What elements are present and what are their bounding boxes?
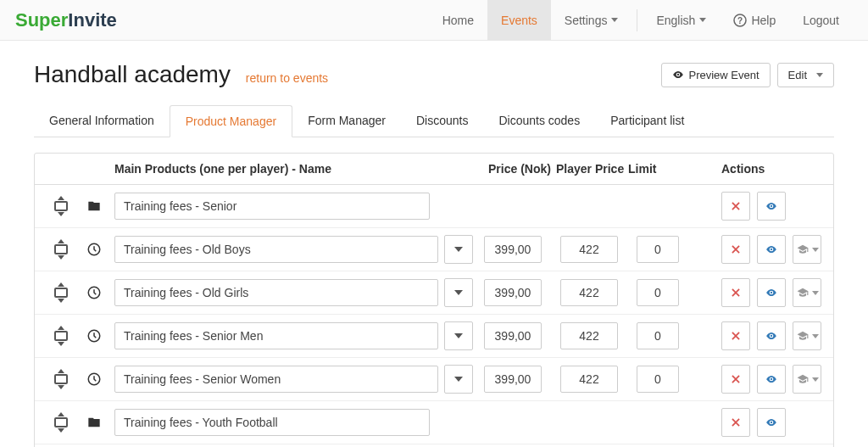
col-header-player-price: Player Price [556, 162, 628, 176]
page-title: Handball academy [34, 61, 231, 87]
chevron-down-icon [454, 377, 463, 382]
visibility-button[interactable] [757, 365, 786, 394]
graduation-icon [796, 287, 810, 299]
chevron-down-icon [454, 247, 463, 252]
table-row [35, 401, 833, 444]
delete-button[interactable] [721, 408, 750, 437]
product-name-input[interactable] [114, 366, 438, 393]
visibility-button[interactable] [757, 278, 786, 307]
limit-input[interactable] [637, 279, 679, 306]
product-name-input[interactable] [114, 409, 430, 436]
visibility-button[interactable] [757, 192, 786, 221]
table-row [35, 315, 833, 358]
edit-button[interactable]: Edit [777, 63, 834, 87]
price-input[interactable] [484, 279, 542, 306]
eye-icon [765, 200, 778, 212]
graduation-dropdown-button[interactable] [793, 235, 821, 264]
table-row [35, 271, 833, 315]
topnav: SuperInvite Home Events Settings English… [0, 0, 868, 41]
row-actions [721, 321, 823, 350]
brand-part1: Super [15, 9, 68, 31]
col-header-actions: Actions [721, 162, 823, 176]
expand-button[interactable] [444, 235, 473, 264]
drag-handle-icon[interactable] [52, 326, 70, 346]
limit-input[interactable] [637, 322, 679, 349]
row-actions [721, 365, 823, 394]
clock-icon [86, 328, 102, 344]
drag-handle-icon[interactable] [52, 196, 70, 216]
graduation-icon [796, 330, 810, 342]
eye-icon [672, 69, 684, 81]
tab-bar: General Information Product Manager Form… [34, 105, 834, 137]
nav-help[interactable]: ? Help [720, 0, 789, 40]
nav-separator [637, 9, 637, 31]
tab-discounts[interactable]: Discounts [401, 105, 483, 137]
graduation-icon [796, 243, 810, 255]
head-actions: Preview Event Edit [661, 63, 835, 87]
row-actions [721, 408, 823, 437]
player-price-input[interactable] [560, 322, 618, 349]
tab-product-manager[interactable]: Product Manager [170, 105, 292, 137]
price-input[interactable] [484, 322, 542, 349]
graduation-dropdown-button[interactable] [793, 278, 821, 307]
delete-button[interactable] [721, 321, 750, 350]
preview-event-button[interactable]: Preview Event [661, 63, 771, 87]
visibility-button[interactable] [757, 321, 786, 350]
tab-participant-list[interactable]: Participant list [595, 105, 699, 137]
return-link[interactable]: return to events [246, 71, 328, 85]
expand-button[interactable] [444, 278, 473, 307]
delete-icon [730, 373, 742, 385]
nav-language[interactable]: English [643, 0, 720, 40]
drag-handle-icon[interactable] [52, 412, 70, 433]
row-actions [721, 278, 823, 307]
nav-home[interactable]: Home [429, 0, 487, 40]
drag-handle-icon[interactable] [52, 369, 70, 389]
delete-icon [730, 330, 742, 342]
product-name-input[interactable] [114, 193, 430, 220]
chevron-down-icon [454, 290, 463, 295]
caret-icon [812, 334, 819, 338]
caret-icon [812, 377, 819, 382]
visibility-button[interactable] [757, 408, 786, 437]
delete-icon [730, 243, 742, 255]
brand-logo[interactable]: SuperInvite [15, 9, 117, 31]
tab-discount-codes[interactable]: Dicounts codes [483, 105, 595, 137]
expand-button[interactable] [444, 365, 473, 394]
caret-icon [816, 73, 823, 77]
nav-settings[interactable]: Settings [551, 0, 632, 40]
nav-logout[interactable]: Logout [789, 0, 853, 40]
visibility-button[interactable] [757, 235, 786, 264]
product-name-input[interactable] [114, 279, 438, 306]
tab-form-manager[interactable]: Form Manager [292, 105, 401, 137]
player-price-input[interactable] [560, 236, 618, 263]
delete-button[interactable] [721, 192, 750, 221]
delete-button[interactable] [721, 365, 750, 394]
brand-part2: Invite [68, 9, 116, 31]
delete-button[interactable] [721, 235, 750, 264]
row-actions [721, 235, 823, 264]
delete-icon [730, 287, 742, 299]
expand-button[interactable] [444, 321, 473, 350]
tab-general-information[interactable]: General Information [34, 105, 170, 137]
col-header-price: Price (Nok) [488, 162, 556, 176]
table-row [35, 228, 833, 271]
player-price-input[interactable] [560, 366, 618, 393]
product-name-input[interactable] [114, 236, 438, 263]
delete-icon [730, 200, 742, 212]
delete-button[interactable] [721, 278, 750, 307]
folder-icon [86, 416, 103, 429]
drag-handle-icon[interactable] [52, 282, 70, 303]
limit-input[interactable] [637, 366, 679, 393]
player-price-input[interactable] [560, 279, 618, 306]
nav-events[interactable]: Events [487, 0, 551, 40]
product-name-input[interactable] [114, 322, 438, 349]
drag-handle-icon[interactable] [52, 239, 70, 260]
price-input[interactable] [484, 236, 542, 263]
page-header: Handball academy return to events Previe… [34, 61, 834, 88]
price-input[interactable] [484, 366, 542, 393]
graduation-dropdown-button[interactable] [793, 321, 821, 350]
nav-right: Home Events Settings English ? Help Logo… [429, 0, 853, 40]
caret-icon [611, 18, 618, 22]
limit-input[interactable] [637, 236, 679, 263]
graduation-dropdown-button[interactable] [793, 365, 821, 394]
